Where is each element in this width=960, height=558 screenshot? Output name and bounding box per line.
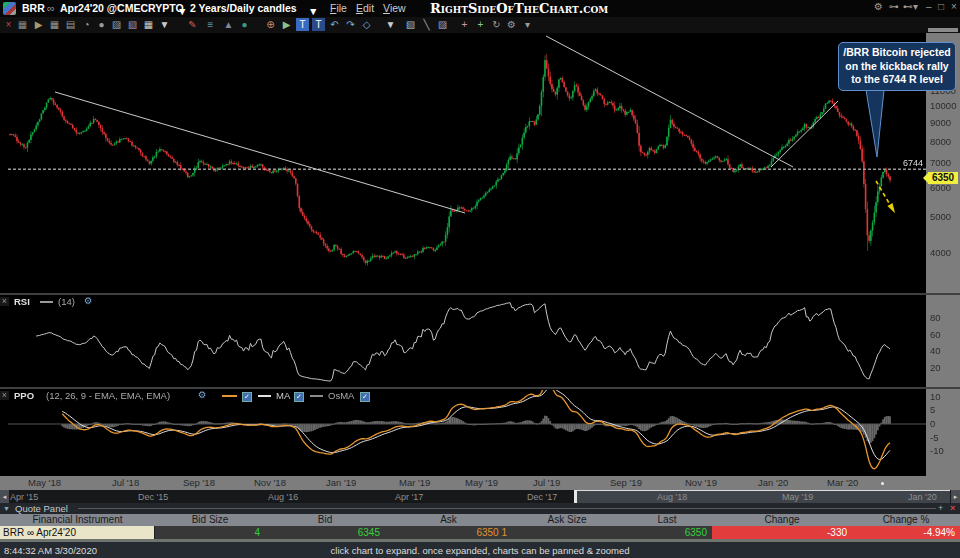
contract-dropdown-icon[interactable]: ▼ <box>177 5 187 17</box>
ppo-axis-label: -10 <box>930 445 944 456</box>
layout-grid-icon[interactable]: ▦ <box>142 18 155 31</box>
title-bar: BRR ∞ Apr24'20 @CMECRYPTO ▼ 2 Years/Dail… <box>0 0 960 17</box>
restore-icon[interactable]: □ <box>938 1 944 12</box>
quote-panel-grab-icon[interactable]: + <box>938 503 943 513</box>
column-header[interactable]: Bid <box>265 514 385 525</box>
polygon-icon[interactable]: ◇ <box>360 18 373 31</box>
date-axis-label: Jul '19 <box>533 477 560 488</box>
text-label-icon[interactable]: T <box>312 18 325 31</box>
undo-icon[interactable]: ↶ <box>328 18 341 31</box>
ppo-osma-label: OsMA <box>328 390 354 401</box>
close-chart-icon[interactable]: × <box>2 18 15 31</box>
navigator-right-arrow[interactable]: ▸ <box>951 490 960 503</box>
text-note-icon[interactable]: T <box>296 18 309 31</box>
annotation-line: to the 6744 R level <box>839 73 955 87</box>
column-header[interactable]: Ask <box>385 514 512 525</box>
axis-cursor-dot <box>881 482 884 485</box>
marker-green-icon[interactable]: + <box>474 18 487 31</box>
column-header[interactable]: Last <box>622 514 712 525</box>
menu-file[interactable]: File <box>330 2 347 14</box>
date-axis-label: Sep '19 <box>610 477 642 488</box>
rsi-axis-label: 20 <box>930 362 941 373</box>
panel-divider[interactable] <box>0 387 960 389</box>
menu-view[interactable]: View <box>383 2 406 14</box>
ruler-icon[interactable]: ▧ <box>404 18 417 31</box>
globe-icon[interactable]: ● <box>238 18 251 31</box>
navigator-thumb[interactable] <box>577 490 950 503</box>
price-axis-label: 4000 <box>930 247 951 258</box>
date-axis-label: Jan '20 <box>758 477 788 488</box>
ppo-ma-checkbox[interactable]: ✓ <box>294 392 304 402</box>
grid-icon[interactable]: ▦ <box>48 18 61 31</box>
history-icon[interactable]: ◔ <box>80 18 93 31</box>
draw-pencil-icon[interactable]: ✎ <box>186 18 199 31</box>
navigator-date-label: Aug '16 <box>268 492 298 502</box>
drawings-menu-icon[interactable]: ▼ <box>384 18 397 31</box>
settings-wrench-icon[interactable]: ⚙ <box>505 18 518 31</box>
pin-menu-icon[interactable]: ▾ <box>913 1 918 12</box>
price-axis-label: 7000 <box>930 157 951 168</box>
column-header[interactable]: Financial Instrument <box>0 514 155 525</box>
rsi-settings-wrench-icon[interactable]: ⚙ <box>84 295 93 306</box>
print-icon[interactable]: ▤ <box>64 18 77 31</box>
quote-panel-close-icon[interactable]: × <box>950 503 955 513</box>
trendline-tool-icon[interactable]: ╲ <box>420 18 433 31</box>
annotation-line: on the kickback rally <box>839 60 955 74</box>
ppo-settings-wrench-icon[interactable]: ⚙ <box>198 389 207 400</box>
layout-menu-icon[interactable]: ▼ <box>158 18 171 31</box>
marker-pink-icon[interactable]: + <box>458 18 471 31</box>
navigator-left-arrow[interactable]: ◂ <box>0 490 9 503</box>
timeframe-selector[interactable]: 2 Years/Daily candles <box>190 2 297 14</box>
indicator-sliders-icon[interactable]: ≡ <box>204 18 217 31</box>
tools-menu-icon[interactable]: ▾ <box>521 18 534 31</box>
contract-label[interactable]: Apr24'20 @CMECRYPTO <box>60 2 184 14</box>
column-header[interactable]: Ask Size <box>512 514 622 525</box>
date-axis-label: Nov '18 <box>254 477 286 488</box>
settings-gear-icon[interactable]: ⚙ <box>874 1 883 12</box>
hatch-pattern-icon[interactable]: ▨ <box>436 18 449 31</box>
refresh-icon[interactable]: ↻ <box>490 18 503 31</box>
panel-divider[interactable] <box>0 293 960 295</box>
ppo-osma-checkbox[interactable]: ✓ <box>360 392 370 402</box>
rsi-label: RSI <box>14 296 30 307</box>
close-window-icon[interactable]: × <box>951 1 957 12</box>
column-header[interactable]: Change <box>712 514 852 525</box>
column-header[interactable]: Bid Size <box>155 514 265 525</box>
toolbar-scrollbar[interactable] <box>928 28 958 32</box>
navigator-date-label: Dec '15 <box>138 492 168 502</box>
image-overlay-icon[interactable]: ▧ <box>126 18 139 31</box>
bid-cell: 6345 <box>265 526 385 539</box>
navigator-handle[interactable] <box>574 490 577 503</box>
ppo-close-button[interactable]: × <box>0 391 9 400</box>
date-axis-label: Mar '19 <box>399 477 430 488</box>
pin-icon[interactable]: ⊷ <box>903 1 913 12</box>
bid-size-cell: 4 <box>155 526 265 539</box>
app-logo-icon <box>3 2 16 15</box>
column-header[interactable]: Change % <box>852 514 960 525</box>
timeframe-dropdown-icon[interactable]: ▼ <box>308 5 318 17</box>
symbol-label: BRR <box>22 2 45 14</box>
redo-icon[interactable]: ↷ <box>344 18 357 31</box>
range-navigator[interactable]: ◂ ▸ Apr '15Dec '15Aug '16Apr '17Dec '17A… <box>0 490 960 503</box>
pitchfork-icon[interactable]: ▲ <box>222 18 235 31</box>
snapshot-icon[interactable]: ● <box>95 18 108 31</box>
marquee-select-icon[interactable]: ▦ <box>16 18 29 31</box>
minimize-icon[interactable]: – <box>926 1 932 12</box>
cursor-select-icon[interactable]: ▶ <box>280 18 293 31</box>
annotation-callout[interactable]: /BRR Bitcoin rejected on the kickback ra… <box>838 42 956 91</box>
pointer-icon[interactable]: ▶ <box>32 18 45 31</box>
image-icon[interactable]: ▨ <box>110 18 123 31</box>
rsi-close-button[interactable]: × <box>0 297 9 306</box>
quote-table-row[interactable]: BRR ∞ Apr24'20 @CMECRYPTO 4 6345 6350 1 … <box>0 526 960 539</box>
price-chart-canvas[interactable] <box>8 33 926 476</box>
ppo-axis-label: 0 <box>930 418 935 429</box>
ppo-line-checkbox[interactable]: ✓ <box>242 392 252 402</box>
status-hint: click chart to expand. once expanded, ch… <box>0 545 960 556</box>
link-charts-icon[interactable]: ⊶ <box>889 1 899 12</box>
price-axis-label: 9000 <box>930 117 951 128</box>
navigator-date-label: May '19 <box>782 492 813 502</box>
menu-edit[interactable]: Edit <box>356 2 374 14</box>
continuous-contract-icon: ∞ <box>47 2 55 14</box>
target-icon[interactable]: ⊕ <box>264 18 277 31</box>
quote-panel-collapse-icon[interactable]: ▼ <box>3 505 10 512</box>
